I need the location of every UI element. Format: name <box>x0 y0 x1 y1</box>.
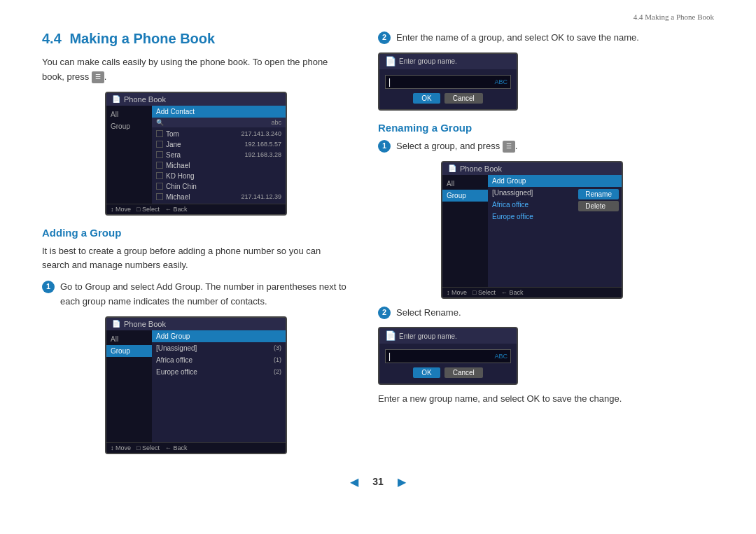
screen-main-add: Add Group [Unassigned] (3) Africa office… <box>152 330 286 442</box>
doc-icon-dlg-r: 📄 <box>385 330 396 342</box>
contact-row: Tom 217.141.3.240 <box>152 129 286 139</box>
checkbox <box>156 193 163 200</box>
right-column: 2 Enter the name of a group, and select … <box>378 24 686 461</box>
renaming-step1: 1 Select a group, and press ☰. <box>378 139 686 154</box>
screen-top-bar-rename: Add Group <box>488 175 622 187</box>
add-group-screen: 📄 Phone Book All Group Add Group [Unassi… <box>105 316 287 454</box>
step-num-2: 2 <box>378 31 391 44</box>
dialog-cancel-rename-button[interactable]: Cancel <box>444 367 483 378</box>
contact-row: Michael <box>152 160 286 171</box>
screen-body: All Group Add Contact 🔍 abc Tom 217.141.… <box>106 106 286 204</box>
screen-sidebar-rename: All Group <box>442 175 488 287</box>
screen-top-bar-add: Add Group <box>152 330 286 342</box>
ctx-rename[interactable]: Rename <box>578 189 619 199</box>
left-column: 4.4 Making a Phone Book You can make cal… <box>42 24 350 461</box>
renaming-step2: 2 Select Rename. <box>378 306 686 321</box>
screen-title-bar-rename: 📄 Phone Book <box>442 162 622 175</box>
dialog-ok-button[interactable]: OK <box>413 93 440 104</box>
prev-page-button[interactable]: ◀ <box>350 475 358 489</box>
dialog-body-add: | ABC OK Cancel <box>379 69 517 109</box>
context-menu: Rename Delete <box>578 189 619 211</box>
doc-icon-rename: 📄 <box>448 164 456 172</box>
doc-icon: 📄 <box>112 95 120 103</box>
screen-title-text: Phone Book <box>124 95 166 104</box>
menu-button-icon: ☰ <box>503 141 515 152</box>
step-num-r2: 2 <box>378 307 391 319</box>
adding-group-title: Adding a Group <box>42 227 350 239</box>
dialog-buttons-add: OK Cancel <box>385 93 511 104</box>
section-title: 4.4 Making a Phone Book <box>42 31 350 47</box>
screen-title-bar: 📄 Phone Book <box>106 93 286 106</box>
adding-group-body: It is best to create a group before addi… <box>42 244 350 274</box>
renaming-group-title: Renaming a Group <box>378 122 686 134</box>
phonebook-main-screen: 📄 Phone Book All Group Add Contact 🔍 abc <box>105 92 287 216</box>
search-abc-label: abc <box>271 119 281 126</box>
contact-list: Tom 217.141.3.240 Jane 192.168.5.57 Sera… <box>152 127 286 204</box>
conclusion-text: Enter a new group name, and select OK to… <box>378 392 686 407</box>
checkbox <box>156 141 163 148</box>
intro-text: You can make calls easily by using the p… <box>42 55 350 85</box>
add-group-dialog: 📄 Enter group name. | ABC OK Cancel <box>378 52 518 111</box>
dialog-buttons-rename: OK Cancel <box>385 367 511 378</box>
rename-group-dialog: 📄 Enter group name. | ABC OK Cancel <box>378 327 518 385</box>
screen-main-rename: Add Group [Unassigned] (3) Africa office… <box>488 175 622 287</box>
dialog-body-rename: | ABC OK Cancel <box>379 344 517 384</box>
phonebook-button-icon: ☰ <box>92 71 104 83</box>
contact-row: Sera 192.168.3.28 <box>152 150 286 160</box>
sidebar-all-rename: All <box>442 178 488 190</box>
screen-title-bar-add: 📄 Phone Book <box>106 318 286 330</box>
step-num-r1: 1 <box>378 140 391 153</box>
screen-footer: ↕ Move □ Select ← Back <box>106 204 286 214</box>
screen-main: Add Contact 🔍 abc Tom 217.141.3.240 <box>152 106 286 204</box>
search-icon: 🔍 <box>156 119 164 126</box>
sidebar-group-add: Group <box>106 345 152 357</box>
ctx-delete[interactable]: Delete <box>578 201 619 211</box>
search-bar: 🔍 abc <box>152 118 286 127</box>
screen-footer-rename: ↕ Move □ Select ← Back <box>442 287 622 297</box>
checkbox <box>156 162 163 169</box>
group-row-africa: Africa office (1) <box>152 354 286 366</box>
screen-body-rename: All Group Add Group [Unassigned] (3) Afr… <box>442 175 622 287</box>
sidebar-group-rename: Group <box>442 190 488 202</box>
adding-step2: 2 Enter the name of a group, and select … <box>378 31 686 45</box>
screen-title-add: Phone Book <box>124 320 166 328</box>
doc-icon: 📄 <box>112 320 120 328</box>
screen-title-rename: Phone Book <box>460 164 502 173</box>
contact-row: Jane 192.168.5.57 <box>152 139 286 150</box>
dialog-input-add: | ABC <box>385 75 511 89</box>
sidebar-all-add: All <box>106 333 152 345</box>
checkbox <box>156 151 163 158</box>
screen-sidebar: All Group <box>106 106 152 204</box>
group-row-unassigned: [Unassigned] (3) <box>152 342 286 354</box>
contact-row: Michael 217.141.12.39 <box>152 192 286 202</box>
next-page-button[interactable]: ▶ <box>398 475 406 489</box>
screen-footer-add: ↕ Move □ Select ← Back <box>106 442 286 453</box>
step-num-1: 1 <box>42 281 55 293</box>
dialog-cancel-button[interactable]: Cancel <box>444 93 483 104</box>
contact-row: Chin Chin <box>152 181 286 192</box>
dialog-ok-rename-button[interactable]: OK <box>413 367 440 378</box>
page-header: 4.4 Making a Phone Book <box>0 0 756 24</box>
dialog-title-rename: Enter group name. <box>399 332 457 340</box>
page-number: 31 <box>372 476 384 487</box>
dialog-header-rename: 📄 Enter group name. <box>379 328 517 344</box>
screen-sidebar-add: All Group <box>106 330 152 442</box>
dialog-title-add: Enter group name. <box>399 57 457 65</box>
dialog-input-rename: | ABC <box>385 349 511 363</box>
doc-icon-dlg: 📄 <box>385 56 396 67</box>
dialog-header-add: 📄 Enter group name. <box>379 54 517 69</box>
checkbox <box>156 130 163 137</box>
group-row-europe-r: Europe office <box>488 211 622 223</box>
screen-top-bar-contacts: Add Contact <box>152 106 286 118</box>
sidebar-group: Group <box>106 120 152 132</box>
contact-row: KD Hong <box>152 171 286 181</box>
checkbox <box>156 172 163 179</box>
screen-body-groups: All Group Add Group [Unassigned] (3) Afr… <box>106 330 286 442</box>
checkbox <box>156 183 163 190</box>
group-row-europe: Europe office (2) <box>152 366 286 378</box>
rename-group-screen: 📄 Phone Book All Group Add Group [Unassi… <box>441 161 623 299</box>
page-footer: ◀ 31 ▶ <box>0 461 756 496</box>
sidebar-all: All <box>106 108 152 120</box>
adding-step1: 1 Go to Group and select Add Group. The … <box>42 280 350 309</box>
